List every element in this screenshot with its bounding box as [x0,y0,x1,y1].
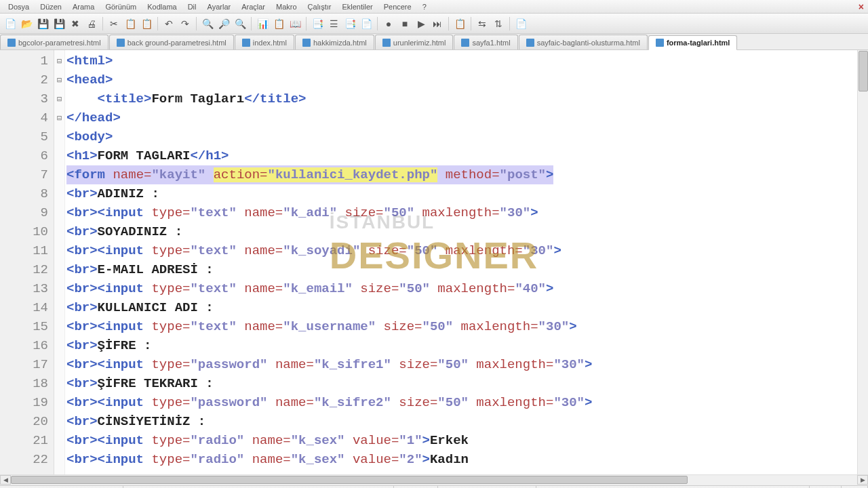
toolbar-button[interactable]: 📑 [310,16,325,31]
code-line-20[interactable]: <br>CİNSİYETİNİZ : [66,412,857,431]
toolbar-button[interactable]: 📄 [3,16,18,31]
toolbar-button[interactable]: 📋 [139,16,154,31]
editor: 12345678910111213141516171819202122 ⊟⊟⊟⊟… [0,50,868,474]
tab-sayfaic-baglanti-olusturma-html[interactable]: sayfaic-baglanti-olusturma.html [519,35,648,49]
toolbar-button[interactable]: 📂 [19,16,34,31]
toolbar-button[interactable]: 📊 [255,16,270,31]
code-line-5[interactable]: <body> [66,127,857,146]
menu-kodlama[interactable]: Kodlama [142,1,182,12]
code-line-3[interactable]: <title>Form Tagları</title> [66,89,857,108]
file-icon [656,39,664,47]
tab-bgcolor-parametresi-html[interactable]: bgcolor-parametresi.html [0,35,108,49]
tab-label: index.html [253,39,287,47]
line-number: 10 [0,222,48,241]
tab-hakkimizda-html[interactable]: hakkimizda.html [295,35,374,49]
toolbar-button[interactable]: 💾 [35,16,50,31]
code-line-22[interactable]: <br><input type="radio" name="k_sex" val… [66,450,857,469]
status-bar: Hyper Text Markup Language file length :… [0,485,868,488]
code-line-21[interactable]: <br><input type="radio" name="k_sex" val… [66,431,857,450]
menu-çalıştır[interactable]: Çalıştır [302,1,337,12]
code-line-13[interactable]: <br><input type="text" name="k_email" si… [66,279,857,298]
toolbar-button[interactable]: 📋 [271,16,286,31]
line-number: 1 [0,52,48,70]
code-line-18[interactable]: <br>ŞİFRE TEKRARI : [66,374,857,393]
vertical-scrollbar[interactable] [857,50,868,474]
fold-toggle[interactable]: ⊟ [54,70,64,89]
tab-sayfa1-html[interactable]: sayfa1.html [454,35,517,49]
toolbar-button[interactable]: 📋 [123,16,138,31]
file-icon [382,39,391,47]
toolbar-button[interactable]: 🔍 [200,16,215,31]
fold-toggle[interactable]: ⊟ [54,52,64,70]
scroll-left-icon[interactable]: ◀ [0,475,11,485]
tab-forma-taglari-html[interactable]: forma-taglari.html [648,35,738,50]
toolbar-button[interactable]: 📄 [513,16,528,31]
fold-toggle[interactable]: ⊟ [54,89,64,108]
toolbar-button[interactable]: 🔍 [233,16,248,31]
toolbar-button[interactable]: 🔎 [216,16,231,31]
toolbar-button[interactable]: ✖ [68,16,83,31]
menubar: DosyaDüzenAramaGörünümKodlamaDilAyarlarA… [0,0,868,14]
menu-düzen[interactable]: Düzen [35,1,67,12]
code-line-16[interactable]: <br>ŞİFRE : [66,336,857,355]
line-number: 3 [0,89,48,108]
fold-toggle[interactable]: ⊟ [54,108,64,127]
tab-label: sayfa1.html [472,39,510,47]
toolbar-button[interactable]: ⏭ [430,16,445,31]
toolbar-button[interactable]: 📖 [288,16,302,31]
toolbar-button[interactable]: ■ [397,16,412,31]
toolbar-button[interactable]: ▶ [414,16,429,31]
code-line-14[interactable]: <br>KULLANICI ADI : [66,298,857,317]
line-number: 13 [0,279,48,298]
code-line-10[interactable]: <br>SOYADINIZ : [66,222,857,241]
code-area[interactable]: <html><head> <title>Form Tagları</title>… [65,50,857,474]
code-line-2[interactable]: <head> [66,70,857,89]
menu-görünüm[interactable]: Görünüm [100,1,142,12]
code-line-19[interactable]: <br><input type="password" name="k_sifre… [66,393,857,412]
toolbar-button[interactable]: 🖨 [84,16,99,31]
toolbar-button[interactable]: ✂ [106,16,121,31]
code-line-11[interactable]: <br><input type="text" name="k_soyadi" s… [66,241,857,260]
toolbar-button[interactable]: 📄 [359,16,374,31]
code-line-7[interactable]: <form name="kayit" action="kullanici_kay… [66,165,857,184]
menu-dil[interactable]: Dil [182,1,202,12]
tab-index-html[interactable]: index.html [235,35,294,49]
menu-pencere[interactable]: Pencere [378,1,417,12]
code-line-6[interactable]: <h1>FORM TAGLARI</h1> [66,146,857,165]
toolbar-button[interactable]: ● [381,16,396,31]
code-line-4[interactable]: </head> [66,108,857,127]
code-line-8[interactable]: <br>ADINIZ : [66,184,857,203]
menu-arama[interactable]: Arama [67,1,100,12]
toolbar: 📄📂💾💾✖🖨✂📋📋↶↷🔍🔎🔍📊📋📖📑☰📑📄●■▶⏭📋⇆⇅📄 [0,14,868,34]
tab-urunlerimiz-html[interactable]: urunlerimiz.html [375,35,454,49]
menu-araçlar[interactable]: Araçlar [236,1,271,12]
toolbar-button[interactable]: ⇅ [491,16,506,31]
close-icon[interactable]: × [859,1,864,12]
line-number: 7 [0,165,48,184]
tab-back ground-parametresi-html[interactable]: back ground-parametresi.html [109,35,234,49]
toolbar-button[interactable]: ↷ [178,16,193,31]
toolbar-button[interactable]: ↶ [161,16,176,31]
code-line-9[interactable]: <br><input type="text" name="k_adi" size… [66,203,857,222]
tab-label: bgcolor-parametresi.html [18,39,101,47]
toolbar-button[interactable]: 📋 [452,16,467,31]
code-line-17[interactable]: <br><input type="password" name="k_sifre… [66,355,857,374]
menu-eklentiler[interactable]: Eklentiler [336,1,378,12]
code-line-12[interactable]: <br>E-MAIL ADRESİ : [66,260,857,279]
menu-ayarlar[interactable]: Ayarlar [202,1,237,12]
toolbar-button[interactable]: ⇆ [475,16,490,31]
scroll-right-icon[interactable]: ▶ [857,475,868,485]
toolbar-button[interactable]: 💾 [52,16,66,31]
line-number: 12 [0,260,48,279]
horizontal-scrollbar[interactable]: ◀ ▶ [0,474,868,485]
fold-column: ⊟⊟⊟⊟ [54,50,65,474]
menu-?[interactable]: ? [417,1,432,12]
menu-makro[interactable]: Makro [271,1,302,12]
menu-dosya[interactable]: Dosya [3,1,35,12]
toolbar-button[interactable]: ☰ [326,16,341,31]
line-number: 14 [0,298,48,317]
toolbar-button[interactable]: 📑 [342,16,357,31]
file-icon [461,39,469,47]
code-line-15[interactable]: <br><input type="text" name="k_username"… [66,317,857,336]
code-line-1[interactable]: <html> [66,52,857,70]
